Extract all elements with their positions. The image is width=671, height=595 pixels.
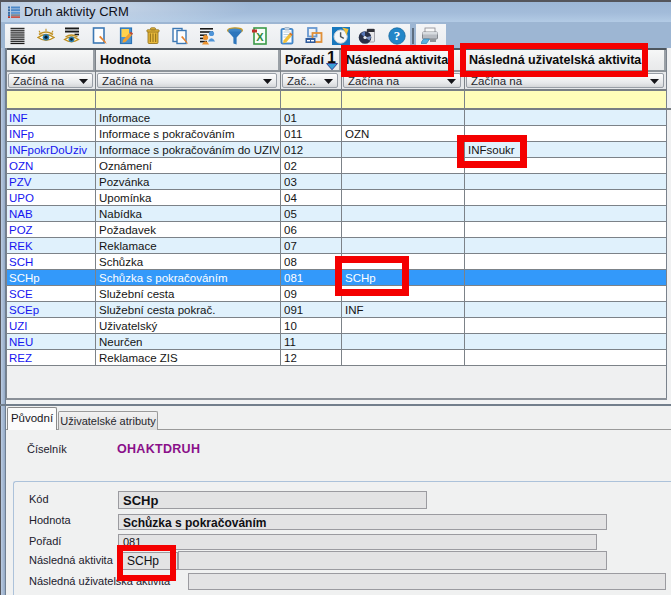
svg-text:?: ?: [393, 28, 400, 43]
svg-text:X: X: [256, 31, 264, 43]
